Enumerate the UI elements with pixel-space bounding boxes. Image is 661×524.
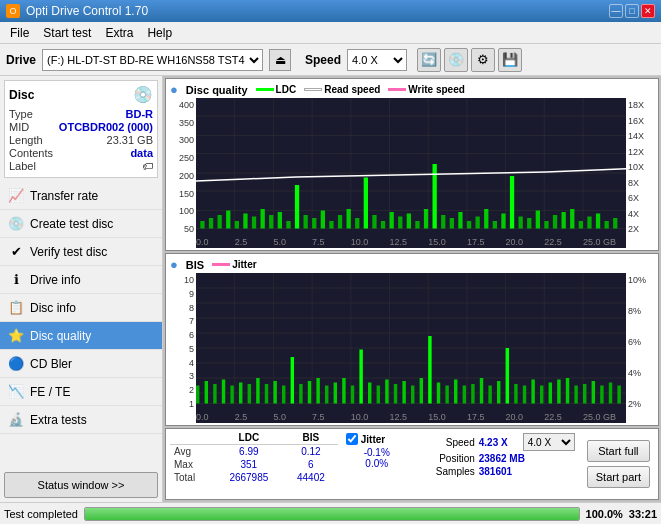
menu-extra[interactable]: Extra	[99, 24, 139, 42]
legend-ldc-label: LDC	[276, 84, 297, 95]
svg-rect-50	[476, 217, 480, 229]
svg-rect-144	[600, 386, 603, 404]
svg-rect-61	[570, 209, 574, 229]
svg-rect-47	[450, 218, 454, 229]
svg-rect-20	[218, 215, 222, 229]
legend-jitter-box	[212, 263, 230, 266]
save-icon[interactable]: 💾	[498, 48, 522, 72]
svg-text:10.0: 10.0	[351, 412, 369, 422]
sidebar-item-disc-quality[interactable]: ⭐ Disc quality	[0, 322, 162, 350]
svg-rect-44	[424, 209, 428, 229]
content-area: ● Disc quality LDC Read speed Write spee…	[163, 76, 661, 502]
sidebar-item-extra-tests[interactable]: 🔬 Extra tests	[0, 406, 162, 434]
svg-rect-140	[566, 378, 569, 404]
settings-icon[interactable]: ⚙	[471, 48, 495, 72]
svg-rect-54	[510, 176, 514, 229]
buttons-section: Start full Start part	[583, 431, 654, 497]
row-total-bis: 44402	[284, 471, 338, 484]
y1r-10x: 10X	[628, 162, 656, 172]
svg-text:17.5: 17.5	[467, 412, 485, 422]
svg-rect-124	[428, 336, 431, 404]
svg-rect-30	[304, 215, 308, 229]
menu-help[interactable]: Help	[141, 24, 178, 42]
svg-rect-126	[445, 386, 448, 404]
svg-rect-109	[299, 384, 302, 404]
row-total-label: Total	[170, 471, 214, 484]
sidebar-item-disc-info[interactable]: 📋 Disc info	[0, 294, 162, 322]
legend-read-speed: Read speed	[304, 84, 380, 95]
drive-select[interactable]: (F:) HL-DT-ST BD-RE WH16NS58 TST4	[42, 49, 263, 71]
y1-300: 300	[168, 135, 194, 145]
svg-rect-128	[463, 386, 466, 404]
y1r-14x: 14X	[628, 131, 656, 141]
svg-text:5.0: 5.0	[273, 412, 286, 422]
minimize-button[interactable]: —	[609, 4, 623, 18]
disc-read-icon[interactable]: 💿	[444, 48, 468, 72]
chart2-svg: 0.0 2.5 5.0 7.5 10.0 12.5 15.0 17.5 20.0…	[196, 273, 626, 423]
svg-rect-29	[295, 185, 299, 229]
disc-quality-title-text: Disc quality	[186, 84, 248, 96]
disc-info-label: Disc info	[30, 301, 76, 315]
close-button[interactable]: ✕	[641, 4, 655, 18]
refresh-icon[interactable]: 🔄	[417, 48, 441, 72]
svg-text:22.5: 22.5	[544, 237, 562, 247]
speed-row: Speed 4.23 X 4.0 X	[420, 433, 575, 451]
maximize-button[interactable]: □	[625, 4, 639, 18]
jitter-label: Jitter	[361, 434, 385, 445]
svg-rect-102	[239, 383, 242, 404]
sidebar-item-cd-bler[interactable]: 🔵 CD Bler	[0, 350, 162, 378]
speed-select2[interactable]: 4.0 X	[523, 433, 575, 451]
jitter-checkbox[interactable]	[346, 433, 358, 445]
svg-rect-137	[540, 386, 543, 404]
cd-bler-icon: 🔵	[8, 356, 24, 372]
legend-read-speed-label: Read speed	[324, 84, 380, 95]
sidebar-item-transfer-rate[interactable]: 📈 Transfer rate	[0, 182, 162, 210]
start-part-button[interactable]: Start part	[587, 466, 650, 488]
legend-write-speed: Write speed	[388, 84, 465, 95]
sidebar-item-fe-te[interactable]: 📉 FE / TE	[0, 378, 162, 406]
table-row: Max 351 6	[170, 458, 338, 471]
status-window-button[interactable]: Status window >>	[4, 472, 158, 498]
svg-rect-19	[209, 218, 213, 229]
svg-rect-142	[583, 384, 586, 404]
eject-button[interactable]: ⏏	[269, 49, 291, 71]
svg-rect-35	[347, 209, 351, 229]
start-full-button[interactable]: Start full	[587, 440, 650, 462]
svg-rect-18	[200, 221, 204, 229]
svg-text:7.5: 7.5	[312, 237, 325, 247]
svg-rect-105	[265, 384, 268, 404]
legend-write-speed-box	[388, 88, 406, 91]
svg-rect-63	[587, 217, 591, 229]
jitter-avg-row: -0.1%	[346, 447, 408, 458]
y2-5: 5	[168, 344, 194, 354]
y2-2: 2	[168, 385, 194, 395]
svg-rect-42	[407, 214, 411, 229]
transfer-rate-icon: 📈	[8, 188, 24, 204]
col-bis: BIS	[284, 431, 338, 445]
y1r-2x: 2X	[628, 224, 656, 234]
cd-bler-label: CD Bler	[30, 357, 72, 371]
jitter-header-row: Jitter	[346, 433, 408, 445]
sidebar-item-create-test-disc[interactable]: 💿 Create test disc	[0, 210, 162, 238]
menu-file[interactable]: File	[4, 24, 35, 42]
menu-start-test[interactable]: Start test	[37, 24, 97, 42]
svg-text:2.5: 2.5	[235, 237, 248, 247]
svg-rect-34	[338, 215, 342, 229]
disc-type-label: Type	[9, 108, 33, 120]
title-bar-left: O Opti Drive Control 1.70	[6, 4, 148, 18]
legend-write-speed-label: Write speed	[408, 84, 465, 95]
svg-text:20.0: 20.0	[506, 412, 524, 422]
extra-tests-icon: 🔬	[8, 412, 24, 428]
svg-rect-51	[484, 209, 488, 229]
svg-rect-57	[536, 211, 540, 229]
bis-chart-panel: ● BIS Jitter 10 9 8 7 6 5	[165, 253, 659, 426]
speed-select[interactable]: 4.0 X	[347, 49, 407, 71]
svg-text:5.0: 5.0	[273, 237, 286, 247]
y2-8: 8	[168, 303, 194, 313]
svg-text:15.0: 15.0	[428, 237, 446, 247]
chart2-legend: Jitter	[212, 259, 256, 270]
chart1-svg-container: 0.0 2.5 5.0 7.5 10.0 12.5 15.0 17.5 20.0…	[196, 98, 626, 248]
chart1-wrapper: 400 350 300 250 200 150 100 50	[168, 98, 656, 248]
sidebar-item-drive-info[interactable]: ℹ Drive info	[0, 266, 162, 294]
sidebar-item-verify-test-disc[interactable]: ✔ Verify test disc	[0, 238, 162, 266]
